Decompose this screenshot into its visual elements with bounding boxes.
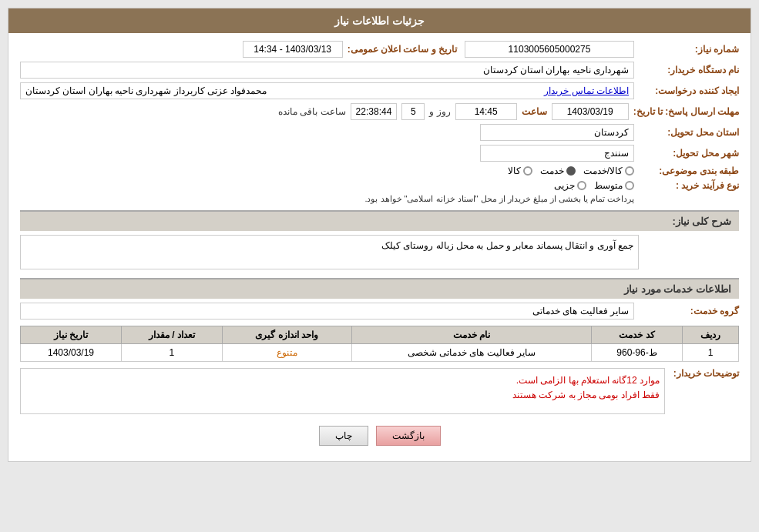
cell-code: ط-96-960 bbox=[592, 344, 683, 362]
col-name: نام خدمت bbox=[351, 326, 592, 344]
cell-name: سایر فعالیت های خدماتی شخصی bbox=[351, 344, 592, 362]
process-options: متوسط جزیی bbox=[364, 180, 634, 191]
buyer-notes-label: توضیحات خریدار: bbox=[670, 368, 739, 379]
radio-jozi-icon bbox=[577, 181, 586, 190]
delivery-city-value: سنندج bbox=[480, 145, 634, 162]
panel-title: جزئیات اطلاعات نیاز bbox=[8, 8, 751, 33]
creator-text: محمدفواد عزتی کاربرداز شهرداری ناحیه بها… bbox=[25, 85, 267, 96]
process-motavasset[interactable]: متوسط bbox=[594, 180, 634, 191]
creator-label: ایجاد کننده درخواست: bbox=[639, 85, 739, 96]
remaining-label: ساعت باقی مانده bbox=[278, 106, 346, 117]
response-days: 5 bbox=[401, 103, 425, 120]
category-kala[interactable]: کالا bbox=[508, 166, 532, 176]
delivery-province-label: استان محل تحویل: bbox=[639, 127, 739, 138]
col-unit: واحد اندازه گیری bbox=[222, 326, 351, 344]
print-button[interactable]: چاپ bbox=[319, 426, 368, 446]
creator-link[interactable]: اطلاعات تماس خریدار bbox=[544, 85, 629, 96]
category-kala-khedmat[interactable]: کالا/خدمت bbox=[583, 166, 634, 176]
radio-khedmat-icon bbox=[566, 166, 576, 176]
need-number-value: 1103005605000275 bbox=[465, 41, 634, 58]
radio-motavasset-icon bbox=[625, 181, 634, 190]
remaining-time: 22:38:44 bbox=[351, 103, 398, 120]
service-group-value: سایر فعالیت های خدماتی bbox=[20, 303, 634, 320]
table-row: 1 ط-96-960 سایر فعالیت های خدماتی شخصی م… bbox=[21, 344, 739, 362]
buyer-org-value: شهرداری ناحیه بهاران استان کردستان bbox=[20, 62, 634, 79]
back-button[interactable]: بازگشت bbox=[376, 426, 441, 446]
need-number-label: شماره نیاز: bbox=[639, 44, 739, 55]
buyer-notes-box: موارد 12گانه استعلام بها الزامی است. فقط… bbox=[20, 368, 665, 414]
description-box[interactable]: جمع آوری و انتقال پسماند معابر و حمل به … bbox=[20, 235, 639, 269]
buyer-org-label: نام دستگاه خریدار: bbox=[639, 65, 739, 75]
response-day-label: روز و bbox=[429, 106, 450, 117]
announce-label: تاریخ و ساعت اعلان عمومی: bbox=[348, 44, 457, 55]
col-date: تاریخ نیاز bbox=[21, 326, 122, 344]
cell-unit: متنوع bbox=[222, 344, 351, 362]
description-section-title: شرح کلی نیاز: bbox=[20, 210, 739, 231]
buyer-notes-line2: فقط افراد بومی مجاز به شرکت هستند bbox=[25, 388, 660, 403]
category-khedmat[interactable]: خدمت bbox=[540, 166, 576, 176]
services-section-title: اطلاعات خدمات مورد نیاز bbox=[20, 278, 739, 299]
cell-row: 1 bbox=[682, 344, 738, 362]
creator-value: اطلاعات تماس خریدار محمدفواد عزتی کاربرد… bbox=[20, 82, 634, 99]
category-label: طبقه بندی موضوعی: bbox=[639, 166, 739, 176]
radio-kala-khedmat-icon bbox=[625, 166, 634, 176]
radio-kala-icon bbox=[523, 166, 532, 176]
service-group-label: گروه خدمت: bbox=[639, 306, 739, 316]
col-code: کد خدمت bbox=[592, 326, 683, 344]
response-date: 1403/03/19 bbox=[552, 103, 629, 120]
process-note: پرداخت تمام یا بخشی از مبلغ خریدار از مح… bbox=[364, 194, 634, 204]
response-time-label: ساعت bbox=[522, 106, 547, 117]
col-qty: تعداد / مقدار bbox=[121, 326, 222, 344]
response-time: 14:45 bbox=[455, 103, 517, 120]
services-table: ردیف کد خدمت نام خدمت واحد اندازه گیری ت… bbox=[20, 326, 739, 362]
announce-value: 1403/03/13 - 14:34 bbox=[243, 41, 343, 58]
delivery-city-label: شهر محل تحویل: bbox=[639, 148, 739, 159]
process-label: نوع فرآیند خرید : bbox=[639, 180, 739, 191]
process-jozi[interactable]: جزیی bbox=[554, 180, 586, 191]
category-options: کالا/خدمت خدمت کالا bbox=[508, 166, 634, 176]
response-deadline-label: مهلت ارسال پاسخ: تا تاریخ: bbox=[633, 106, 739, 117]
cell-qty: 1 bbox=[121, 344, 222, 362]
buyer-notes-line1: موارد 12گانه استعلام بها الزامی است. bbox=[25, 373, 660, 388]
cell-date: 1403/03/19 bbox=[21, 344, 122, 362]
delivery-province-value: کردستان bbox=[480, 124, 634, 141]
col-row: ردیف bbox=[682, 326, 738, 344]
